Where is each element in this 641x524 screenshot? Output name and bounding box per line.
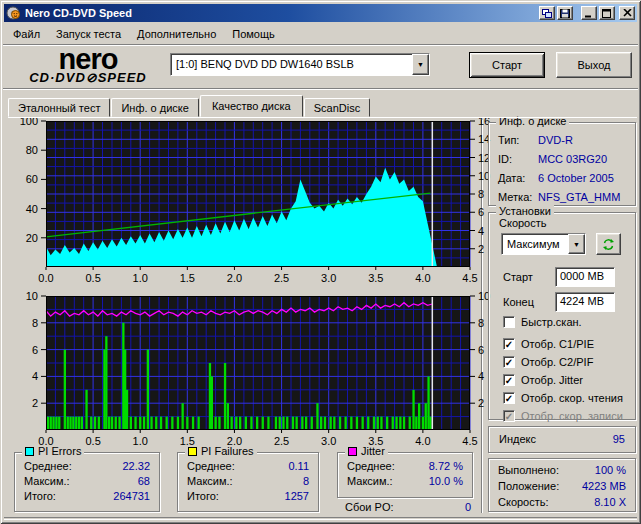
exit-button[interactable]: Выход	[556, 52, 632, 78]
po-failures-value: 0	[465, 501, 471, 513]
checkbox-checked[interactable]: ✓	[503, 338, 515, 350]
svg-text:4.5: 4.5	[462, 435, 477, 447]
progress-value: 100 %	[595, 462, 626, 478]
checkbox-checked[interactable]: ✓	[503, 392, 515, 404]
checkbox-row[interactable]: Быстр.скан.	[503, 315, 582, 329]
pi-failures-legend-swatch	[188, 447, 197, 456]
drive-select[interactable]: [1:0] BENQ DVD DD DW1640 BSLB ▼	[170, 53, 430, 76]
stat-row: Среднее:0.11	[178, 459, 318, 474]
stat-label: Максим.:	[347, 474, 393, 489]
disc-info-value: 6 October 2005	[538, 169, 614, 188]
svg-text:2.5: 2.5	[274, 272, 289, 284]
tab-3[interactable]: Качество диска	[200, 95, 303, 117]
stat-value: 68	[138, 474, 150, 489]
stat-value: 8	[303, 474, 309, 489]
tab-2[interactable]: Инф. о диске	[111, 98, 198, 117]
stat-row: Среднее:22.32	[15, 459, 159, 474]
svg-text:4: 4	[478, 225, 484, 237]
minimize-button[interactable]	[581, 6, 597, 20]
save-button[interactable]	[557, 6, 573, 20]
refresh-icon	[602, 238, 615, 251]
progress-group: Выполнено:100 %Положение:4223 MBСкорость…	[488, 458, 636, 512]
tab-page-border	[8, 117, 637, 118]
stat-label: Среднее:	[24, 459, 72, 474]
checkbox-checked[interactable]: ✓	[503, 374, 515, 386]
disc-info-value: DVD-R	[538, 131, 573, 150]
svg-text:4: 4	[478, 370, 484, 382]
stat-label: Среднее:	[347, 459, 395, 474]
checkbox-checked[interactable]: ✓	[503, 356, 515, 368]
tab-bar: Эталонный тестИнф. о дискеКачество диска…	[8, 95, 371, 117]
svg-text:0.0: 0.0	[38, 272, 53, 284]
progress-label: Скорость:	[498, 494, 549, 510]
close-button[interactable]	[619, 6, 635, 20]
nero-logo: nero CD·DVD⊘SPEED	[12, 47, 164, 85]
stat-row: Максим.:68	[15, 474, 159, 489]
checkbox-row[interactable]: ✓Отобр. Jitter	[503, 373, 583, 387]
svg-text:1.0: 1.0	[133, 435, 148, 447]
drive-select-arrow-icon[interactable]: ▼	[412, 54, 429, 75]
maximize-button[interactable]	[599, 6, 615, 20]
menu-item-4[interactable]: Помощь	[225, 26, 282, 42]
status-bar	[4, 517, 637, 520]
svg-text:2: 2	[478, 397, 484, 409]
progress-row: Выполнено:100 %	[489, 462, 635, 478]
refresh-button[interactable]	[596, 233, 621, 255]
svg-text:10: 10	[26, 290, 38, 302]
jitter-stats-group: Jitter Среднее:8.72 %Максим.:10.0 %	[337, 452, 473, 498]
speed-select-arrow-icon[interactable]: ▼	[568, 234, 585, 254]
svg-text:8: 8	[32, 317, 38, 329]
stat-row: Среднее:8.72 %	[338, 459, 472, 474]
svg-text:1.0: 1.0	[133, 272, 148, 284]
pi-failures-chart: 1086421086420.00.51.01.52.02.53.03.54.04…	[46, 296, 470, 430]
jitter-legend-swatch	[348, 447, 357, 456]
settings-title: Установки	[496, 205, 554, 217]
scan-end-label: Конец	[503, 296, 534, 308]
svg-text:6: 6	[478, 344, 484, 356]
checkbox-row[interactable]: ✓Отобр. C2/PIF	[503, 355, 593, 369]
tab-1[interactable]: Эталонный тест	[8, 98, 110, 117]
stat-row: Итого:264731	[15, 489, 159, 504]
svg-text:2: 2	[32, 397, 38, 409]
drive-select-value: [1:0] BENQ DVD DD DW1640 BSLB	[171, 54, 412, 75]
stat-value: 264731	[113, 489, 150, 504]
checkbox-label: Отобр. скор. чтения	[521, 392, 623, 404]
checkbox-row[interactable]: ✓Отобр. скор. чтения	[503, 391, 623, 405]
window-title: Nero CD-DVD Speed	[25, 7, 537, 19]
checkbox-label: Отобр. C1/PIE	[521, 338, 594, 350]
menu-item-1[interactable]: Файл	[6, 26, 47, 42]
svg-text:4.5: 4.5	[462, 272, 477, 284]
svg-text:3.0: 3.0	[321, 435, 336, 447]
svg-text:40: 40	[26, 203, 38, 215]
svg-text:1.5: 1.5	[180, 272, 195, 284]
copy-to-clipboard-button[interactable]	[539, 6, 555, 20]
checkbox-row[interactable]: ✓Отобр. C1/PIE	[503, 337, 594, 351]
separator	[3, 88, 638, 90]
disc-info-value: MCC 03RG20	[538, 150, 607, 169]
scan-start-field[interactable]: 0000 MB	[555, 267, 615, 287]
checkbox-label: Отобр. скор. записи	[521, 410, 623, 422]
progress-row: Скорость:8.10 X	[489, 494, 635, 510]
disc-info-row: ID:MCC 03RG20	[489, 150, 635, 169]
disc-info-row: Тип:DVD-R	[489, 131, 635, 150]
svg-text:4.0: 4.0	[415, 435, 430, 447]
checkbox-label: Отобр. C2/PIF	[521, 356, 593, 368]
start-button[interactable]: Старт	[469, 52, 545, 78]
progress-label: Выполнено:	[498, 462, 559, 478]
app-icon	[6, 6, 21, 20]
svg-text:4: 4	[32, 370, 38, 382]
speed-select[interactable]: Максимум ▼	[501, 233, 586, 255]
checkbox[interactable]	[503, 316, 515, 328]
stat-label: Итого:	[187, 489, 219, 504]
progress-value: 8.10 X	[594, 494, 626, 510]
checkbox-label: Отобр. Jitter	[521, 374, 583, 386]
scan-end-field[interactable]: 4224 MB	[555, 292, 615, 312]
nero-logo-line2: CD·DVD⊘SPEED	[12, 71, 164, 85]
tab-4[interactable]: ScanDisc	[304, 98, 370, 117]
menu-item-3[interactable]: Дополнительно	[130, 26, 223, 42]
svg-text:3.5: 3.5	[368, 272, 383, 284]
po-failures-label: Сбои PO:	[345, 501, 394, 513]
stat-label: Итого:	[24, 489, 56, 504]
menu-item-2[interactable]: Запуск теста	[49, 26, 128, 42]
svg-text:3.0: 3.0	[321, 272, 336, 284]
